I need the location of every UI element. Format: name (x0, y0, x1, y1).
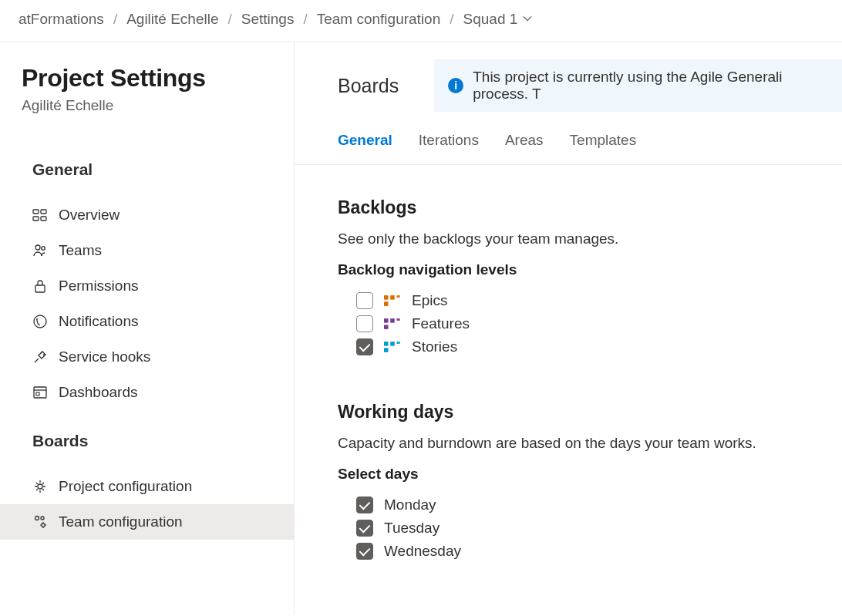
chevron-down-icon (522, 11, 533, 28)
svg-rect-18 (397, 295, 400, 298)
checkbox-epics[interactable] (356, 292, 373, 309)
svg-rect-17 (390, 295, 395, 300)
sidebar-item-label: Service hooks (59, 348, 150, 365)
epic-icon (384, 292, 401, 309)
section-heading: Backlogs (338, 197, 842, 218)
working-day-row: Tuesday (356, 517, 842, 540)
breadcrumb-item[interactable]: Team configuration (317, 9, 441, 29)
page-subtitle: Agilité Echelle (0, 93, 294, 114)
svg-point-7 (34, 315, 46, 328)
gear-icon (32, 479, 48, 494)
info-banner: i This project is currently using the Ag… (434, 59, 842, 112)
svg-rect-3 (41, 217, 46, 220)
sidebar-item-overview[interactable]: Overview (0, 197, 294, 233)
sidebar-item-label: Dashboards (59, 384, 137, 401)
svg-rect-23 (384, 325, 389, 329)
backlog-level-label: Features (412, 315, 470, 332)
teams-icon (32, 243, 48, 258)
svg-rect-20 (384, 318, 389, 323)
sidebar-item-label: Teams (59, 242, 102, 259)
checkbox-tuesday[interactable] (356, 520, 373, 537)
page-title: Project Settings (0, 64, 294, 93)
checkbox-wednesday[interactable] (356, 543, 373, 560)
svg-rect-25 (390, 342, 395, 346)
sidebar-item-service-hooks[interactable]: Service hooks (0, 339, 294, 375)
backlog-level-label: Epics (412, 292, 447, 309)
sidebar-section-heading: General (0, 160, 294, 179)
svg-point-15 (42, 523, 45, 527)
svg-point-4 (35, 245, 40, 250)
info-message: This project is currently using the Agil… (473, 69, 828, 103)
dashboard-icon (32, 385, 48, 400)
breadcrumb-separator: / (228, 11, 232, 28)
subsection-heading: Backlog navigation levels (338, 261, 842, 278)
sidebar-item-permissions[interactable]: Permissions (0, 268, 294, 304)
section-description: Capacity and burndown are based on the d… (338, 435, 842, 452)
sidebar-item-label: Team configuration (59, 513, 183, 530)
svg-rect-19 (384, 301, 389, 306)
sidebar: Project Settings Agilité Echelle General… (0, 42, 295, 614)
svg-rect-27 (384, 348, 389, 352)
day-label: Monday (384, 497, 436, 513)
breadcrumb-separator: / (450, 11, 453, 28)
lock-icon (32, 278, 48, 294)
svg-rect-2 (33, 217, 39, 220)
breadcrumb-label: Squad 1 (463, 11, 518, 28)
sidebar-item-teams[interactable]: Teams (0, 233, 294, 268)
breadcrumb-item[interactable]: Agilité Echelle (126, 9, 218, 29)
tab-general[interactable]: General (338, 132, 392, 152)
tab-iterations[interactable]: Iterations (419, 132, 479, 152)
svg-rect-22 (397, 318, 400, 321)
content-title: Boards (338, 75, 399, 97)
backlog-level-row: Epics (356, 289, 842, 312)
svg-rect-9 (34, 387, 46, 398)
tab-areas[interactable]: Areas (505, 132, 544, 152)
breadcrumb-item[interactable]: atFormations (19, 9, 104, 29)
sidebar-item-notifications[interactable]: Notifications (0, 304, 294, 339)
checkbox-stories[interactable] (356, 338, 373, 355)
breadcrumb-item[interactable]: Settings (241, 9, 295, 29)
content-area: Boards i This project is currently using… (295, 42, 842, 614)
section-heading: Working days (338, 402, 842, 422)
svg-rect-26 (397, 342, 400, 344)
sidebar-section-heading: Boards (0, 432, 294, 450)
working-day-row: Wednesday (356, 540, 842, 563)
svg-rect-16 (384, 295, 389, 300)
subsection-heading: Select days (338, 466, 842, 483)
tab-templates[interactable]: Templates (570, 132, 637, 152)
checkbox-features[interactable] (356, 315, 373, 332)
svg-point-5 (42, 247, 45, 251)
overview-icon (32, 207, 48, 223)
svg-point-12 (38, 484, 42, 489)
sidebar-item-label: Notifications (59, 313, 139, 330)
working-days-section: Working days Capacity and burndown are b… (338, 402, 842, 563)
day-label: Wednesday (384, 543, 461, 560)
backlog-level-row: Stories (356, 335, 842, 358)
svg-rect-1 (41, 210, 46, 214)
svg-rect-6 (35, 285, 45, 292)
breadcrumb: atFormations / Agilité Echelle / Setting… (0, 0, 842, 42)
svg-point-14 (41, 517, 44, 520)
breadcrumb-separator: / (303, 11, 307, 28)
sidebar-item-label: Permissions (59, 278, 138, 295)
sidebar-item-project-configuration[interactable]: Project configuration (0, 469, 294, 504)
svg-rect-11 (36, 392, 39, 396)
feature-icon (384, 315, 401, 332)
svg-point-8 (36, 318, 38, 320)
sidebar-item-label: Project configuration (59, 478, 192, 495)
working-day-row: Monday (356, 493, 842, 517)
backlog-level-label: Stories (412, 338, 457, 355)
sidebar-item-team-configuration[interactable]: Team configuration (0, 504, 294, 540)
day-label: Tuesday (384, 520, 440, 537)
sidebar-item-dashboards[interactable]: Dashboards (0, 375, 294, 410)
story-icon (384, 338, 401, 355)
breadcrumb-item-dropdown[interactable]: Squad 1 (463, 9, 534, 29)
breadcrumb-separator: / (113, 11, 117, 28)
checkbox-monday[interactable] (356, 497, 373, 513)
sidebar-item-label: Overview (59, 207, 120, 224)
info-icon: i (448, 78, 463, 93)
svg-point-13 (35, 517, 39, 520)
team-gear-icon (32, 514, 48, 530)
tab-strip: General Iterations Areas Templates (295, 112, 842, 165)
section-description: See only the backlogs your team manages. (338, 231, 842, 247)
